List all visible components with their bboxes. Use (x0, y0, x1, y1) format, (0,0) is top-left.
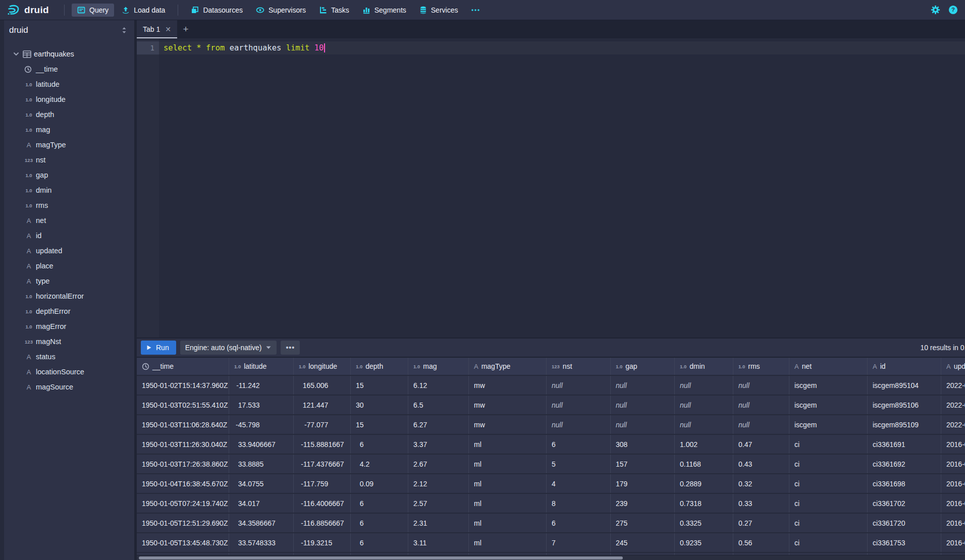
table-cell[interactable]: 4 (547, 474, 611, 493)
table-cell[interactable]: ml (469, 533, 547, 552)
help-button[interactable]: ? (948, 5, 958, 15)
nav-item-tasks[interactable]: Tasks (313, 4, 355, 17)
table-cell[interactable]: 1950-01-02T15:14:37.960Z (137, 376, 229, 395)
table-cell[interactable]: null (547, 415, 611, 434)
table-cell[interactable]: 15 (351, 415, 408, 434)
add-tab-button[interactable]: + (177, 20, 194, 38)
table-cell[interactable]: 0.32 (733, 474, 789, 493)
table-cell[interactable]: 6.12 (408, 376, 469, 395)
table-cell[interactable]: iscgem (789, 376, 868, 395)
column-header-rms[interactable]: 1.0rms (733, 358, 789, 375)
table-cell[interactable]: 239 (611, 494, 675, 513)
table-cell[interactable]: 1950-01-03T17:26:38.860Z (137, 455, 229, 473)
table-cell[interactable]: 2022-0 (941, 415, 965, 434)
table-cell[interactable]: null (611, 396, 675, 414)
sidebar-item-earthquakes[interactable]: earthquakes (4, 46, 134, 62)
table-cell[interactable]: null (733, 396, 789, 414)
column-header-latitude[interactable]: 1.0latitude (229, 358, 294, 375)
table-cell[interactable]: 6 (351, 494, 408, 513)
sidebar-column-rms[interactable]: 1.0rms (4, 198, 134, 213)
column-header-gap[interactable]: 1.0gap (611, 358, 675, 375)
table-cell[interactable]: 6.27 (408, 415, 469, 434)
table-cell[interactable]: -116.8856667 (294, 514, 351, 532)
table-cell[interactable]: 6.5 (408, 396, 469, 414)
table-cell[interactable]: ci (789, 514, 868, 532)
table-cell[interactable]: 6 (351, 514, 408, 532)
column-header-nst[interactable]: 123nst (547, 358, 611, 375)
table-cell[interactable]: 33.5748333 (229, 533, 294, 552)
table-cell[interactable]: 6 (547, 514, 611, 532)
table-cell[interactable]: 2016-0 (941, 435, 965, 454)
column-header-dmin[interactable]: 1.0dmin (675, 358, 733, 375)
table-cell[interactable]: ml (469, 474, 547, 493)
table-cell[interactable]: 6 (351, 435, 408, 454)
sidebar-column-gap[interactable]: 1.0gap (4, 167, 134, 183)
nav-item-query[interactable]: Query (72, 4, 114, 17)
sidebar-scroll-track[interactable] (0, 20, 4, 560)
table-cell[interactable]: 2016-0 (941, 533, 965, 552)
table-cell[interactable]: -117.759 (294, 474, 351, 493)
table-cell[interactable]: iscgem (789, 396, 868, 414)
table-cell[interactable]: 1950-01-03T11:06:28.640Z (137, 415, 229, 434)
table-cell[interactable]: 0.33 (733, 494, 789, 513)
table-cell[interactable]: 308 (611, 435, 675, 454)
settings-gear-button[interactable] (931, 5, 940, 15)
sidebar-column-magNst[interactable]: 123magNst (4, 334, 134, 349)
table-cell[interactable]: iscgem895104 (868, 376, 941, 395)
table-cell[interactable]: null (675, 396, 733, 414)
table-cell[interactable]: ml (469, 494, 547, 513)
sidebar-column-nst[interactable]: 123nst (4, 152, 134, 167)
table-cell[interactable]: ci (789, 474, 868, 493)
table-cell[interactable]: 0.27 (733, 514, 789, 532)
column-header-updated[interactable]: Aupdated (941, 358, 965, 375)
table-cell[interactable]: 2016-0 (941, 494, 965, 513)
nav-item-segments[interactable]: Segments (357, 4, 412, 17)
table-cell[interactable]: 0.2889 (675, 474, 733, 493)
table-cell[interactable]: -116.4006667 (294, 494, 351, 513)
sidebar-column-magType[interactable]: AmagType (4, 137, 134, 152)
table-cell[interactable]: ci (789, 435, 868, 454)
table-cell[interactable]: 2.67 (408, 455, 469, 473)
tab-1[interactable]: Tab 1 ✕ (137, 20, 177, 38)
sidebar-column-type[interactable]: Atype (4, 273, 134, 289)
table-cell[interactable]: 34.0755 (229, 474, 294, 493)
table-cell[interactable]: ml (469, 514, 547, 532)
table-cell[interactable]: iscgem895106 (868, 396, 941, 414)
table-cell[interactable]: ci (789, 533, 868, 552)
table-cell[interactable]: 17.533 (229, 396, 294, 414)
table-cell[interactable]: 7 (547, 533, 611, 552)
table-cell[interactable]: 2016-0 (941, 474, 965, 493)
druid-logo[interactable]: druid (7, 4, 57, 17)
table-cell[interactable]: 0.56 (733, 533, 789, 552)
table-cell[interactable]: -119.3215 (294, 533, 351, 552)
table-cell[interactable]: 3.37 (408, 435, 469, 454)
table-cell[interactable]: 3.11 (408, 533, 469, 552)
nav-item-datasources[interactable]: Datasources (185, 4, 248, 17)
table-cell[interactable]: 2.12 (408, 474, 469, 493)
table-cell[interactable]: mw (469, 415, 547, 434)
sidebar-column-depthError[interactable]: 1.0depthError (4, 304, 134, 319)
nav-item-supervisors[interactable]: Supervisors (250, 4, 311, 17)
horizontal-scrollbar[interactable] (137, 555, 965, 560)
table-cell[interactable]: 34.3586667 (229, 514, 294, 532)
column-header-net[interactable]: Anet (789, 358, 868, 375)
table-cell[interactable]: ci3361698 (868, 474, 941, 493)
table-cell[interactable]: 275 (611, 514, 675, 532)
table-cell[interactable]: null (733, 415, 789, 434)
table-cell[interactable]: 245 (611, 533, 675, 552)
query-more-button[interactable]: ••• (281, 341, 300, 355)
table-cell[interactable]: null (675, 415, 733, 434)
table-cell[interactable]: 2016-0 (941, 514, 965, 532)
table-cell[interactable]: 1950-01-03T11:26:30.040Z (137, 435, 229, 454)
column-header-id[interactable]: Aid (868, 358, 941, 375)
table-cell[interactable]: 0.9235 (675, 533, 733, 552)
table-cell[interactable]: -77.077 (294, 415, 351, 434)
table-cell[interactable]: mw (469, 396, 547, 414)
table-cell[interactable]: 179 (611, 474, 675, 493)
table-cell[interactable]: ml (469, 455, 547, 473)
table-cell[interactable]: null (611, 415, 675, 434)
column-header-mag[interactable]: 1.0mag (408, 358, 469, 375)
table-cell[interactable]: null (547, 376, 611, 395)
nav-item-services[interactable]: Services (414, 4, 464, 17)
table-cell[interactable]: 1950-01-05T13:45:48.730Z (137, 533, 229, 552)
